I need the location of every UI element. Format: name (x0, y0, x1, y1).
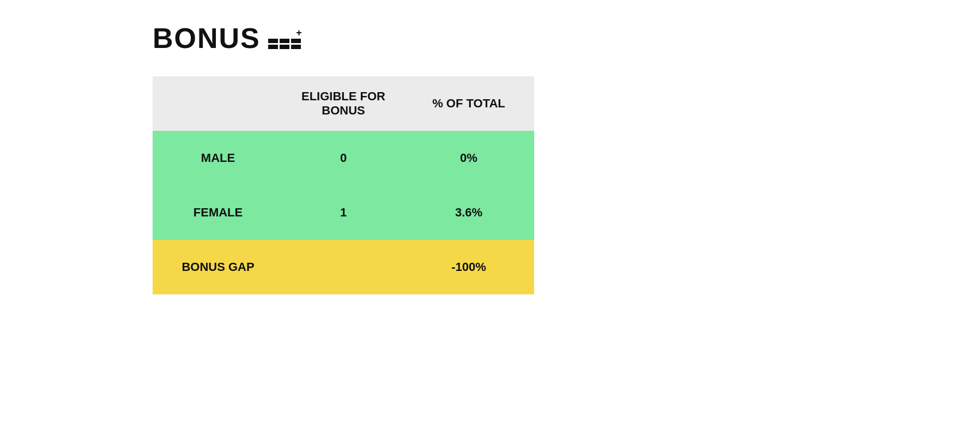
bar-row-1 (268, 39, 301, 43)
female-eligible-cell: 1 (283, 185, 403, 240)
logo-text: BONUS (153, 22, 261, 55)
bonus-icon: + (268, 28, 301, 49)
female-percent-value: 3.6% (455, 206, 482, 220)
male-label: MALE (201, 151, 235, 165)
female-percent-cell: 3.6% (403, 185, 534, 240)
bar-cell (268, 45, 278, 49)
plus-icon: + (296, 28, 302, 38)
bar-cell (291, 45, 301, 49)
logo-area: BONUS + (153, 22, 301, 55)
bars-icon (268, 39, 301, 49)
header-percent-cell: % OF TOTAL (403, 76, 534, 131)
bonus-gap-percent-cell: -100% (403, 240, 534, 294)
bar-cell (280, 45, 289, 49)
male-percent-value: 0% (460, 151, 477, 165)
page-container: BONUS + ELIGIBLE FOR BON (153, 22, 534, 294)
male-eligible-cell: 0 (283, 131, 403, 185)
bonus-gap-percent-value: -100% (451, 260, 486, 274)
bonus-table: ELIGIBLE FOR BONUS % OF TOTAL MALE 0 0% … (153, 76, 534, 294)
female-eligible-value: 1 (340, 206, 347, 220)
bar-cell (291, 39, 301, 43)
male-label-cell: MALE (153, 131, 283, 185)
female-label: FEMALE (193, 206, 243, 220)
bonus-gap-eligible-cell (283, 240, 403, 294)
male-eligible-value: 0 (340, 151, 347, 165)
bonus-gap-label: BONUS GAP (182, 260, 254, 274)
header-eligible-cell: ELIGIBLE FOR BONUS (283, 76, 403, 131)
bar-cell (280, 39, 289, 43)
bar-row-2 (268, 45, 301, 49)
header-empty-cell (153, 76, 283, 131)
female-label-cell: FEMALE (153, 185, 283, 240)
male-percent-cell: 0% (403, 131, 534, 185)
header-eligible-label: ELIGIBLE FOR BONUS (289, 89, 398, 118)
bar-cell (268, 39, 278, 43)
header-percent-label: % OF TOTAL (432, 96, 505, 111)
bonus-gap-label-cell: BONUS GAP (153, 240, 283, 294)
